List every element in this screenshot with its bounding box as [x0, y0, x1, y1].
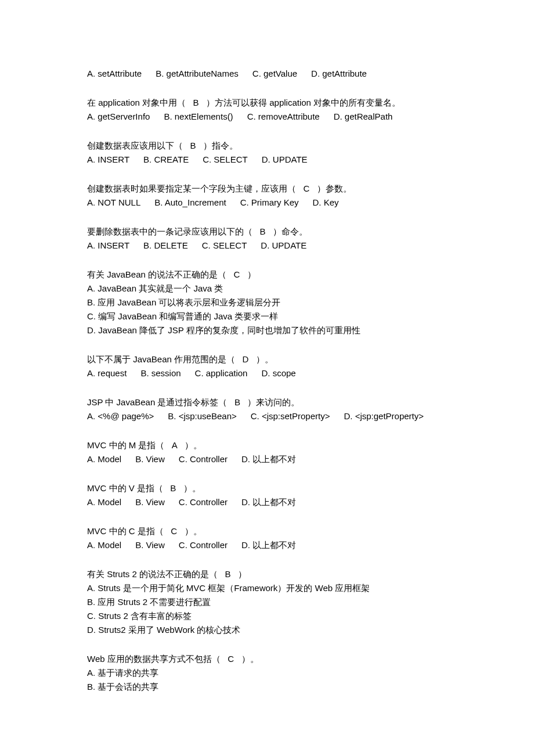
options-row: A. getServerInfoB. nextElements()C. remo… [87, 110, 447, 124]
option-line: B. 应用 JavaBean 可以将表示层和业务逻辑层分开 [87, 296, 447, 309]
option: D. UPDATE [262, 153, 308, 167]
option: C. SELECT [202, 239, 247, 253]
option: D. 以上都不对 [241, 452, 296, 466]
option: A. <%@ page%> [87, 409, 154, 423]
options-row: A. INSERTB. CREATEC. SELECTD. UPDATE [87, 153, 447, 167]
option-line: D. Struts2 采用了 WebWork 的核心技术 [87, 623, 447, 637]
option: D. Key [313, 196, 339, 210]
question-block: 创建数据表时如果要指定某一个字段为主键，应该用（ C ）参数。A. NOT NU… [87, 182, 447, 210]
q-post: ）来访问的。 [247, 397, 300, 407]
option: C. application [195, 366, 248, 380]
option-line: B. 应用 Struts 2 不需要进行配置 [87, 595, 447, 609]
option: C. getValue [252, 67, 297, 81]
question-block: JSP 中 JavaBean 是通过指令标签（ B ）来访问的。A. <%@ p… [87, 395, 447, 423]
q-post: ）。 [241, 654, 259, 664]
question-stem: 创建数据表应该用以下（ B ）指令。 [87, 139, 447, 153]
option: D. getAttribute [311, 67, 367, 81]
option-line: D. JavaBean 降低了 JSP 程序的复杂度，同时也增加了软件的可重用性 [87, 323, 447, 337]
option: B. getAttributeNames [156, 67, 239, 81]
q-pre: MVC 中的 C 是指（ [87, 526, 164, 536]
option-line: B. 基于会话的共享 [87, 680, 447, 694]
question-stem: 在 application 对象中用（ B ）方法可以获得 applicatio… [87, 96, 447, 110]
option: A. request [87, 366, 127, 380]
question-stem: 有关 JavaBean 的说法不正确的是（ C ） [87, 268, 447, 282]
q-pre: 要删除数据表中的一条记录应该用以下的（ [87, 226, 252, 236]
q-ans: B [227, 397, 247, 407]
q-ans: B [186, 98, 206, 107]
option: B. DELETE [143, 239, 188, 253]
q-ans: C [221, 654, 241, 664]
option: C. <jsp:setProperty> [251, 409, 330, 423]
option: C. Controller [179, 495, 228, 509]
option: A. getServerInfo [87, 110, 150, 124]
option: C. Primary Key [240, 196, 299, 210]
q-post: ） [247, 269, 256, 279]
question-block: 有关 JavaBean 的说法不正确的是（ C ）A. JavaBean 其实就… [87, 268, 447, 337]
q-pre: Web 应用的数据共享方式不包括（ [87, 654, 221, 664]
question-stem: 有关 Struts 2 的说法不正确的是（ B ） [87, 567, 447, 581]
q-pre: 有关 Struts 2 的说法不正确的是（ [87, 569, 218, 579]
options-row: A. ModelB. ViewC. ControllerD. 以上都不对 [87, 452, 447, 466]
option: C. SELECT [203, 153, 248, 167]
options-row: A. requestB. sessionC. applicationD. sco… [87, 366, 447, 380]
question-block: MVC 中的 C 是指（ C ）。A. ModelB. ViewC. Contr… [87, 524, 447, 552]
option-line: A. 基于请求的共享 [87, 666, 447, 680]
option: B. View [135, 452, 165, 466]
option: D. <jsp:getProperty> [344, 409, 424, 423]
question-block: 创建数据表应该用以下（ B ）指令。A. INSERTB. CREATEC. S… [87, 139, 447, 167]
q-pre: 在 application 对象中用（ [87, 98, 186, 107]
option: A. Model [87, 452, 121, 466]
question-block: 要删除数据表中的一条记录应该用以下的（ B ）命令。A. INSERTB. DE… [87, 225, 447, 253]
q-post: ） [238, 569, 247, 579]
question-block: MVC 中的 M 是指（ A ）。A. ModelB. ViewC. Contr… [87, 438, 447, 466]
question-stem: MVC 中的 V 是指（ B ）。 [87, 481, 447, 495]
option: D. 以上都不对 [241, 495, 296, 509]
options-row: A. ModelB. ViewC. ControllerD. 以上都不对 [87, 538, 447, 552]
q-post: ）命令。 [273, 226, 308, 236]
question-block: 在 application 对象中用（ B ）方法可以获得 applicatio… [87, 96, 447, 124]
option-line: C. 编写 JavaBean 和编写普通的 Java 类要求一样 [87, 309, 447, 323]
option: A. INSERT [87, 153, 129, 167]
q-ans: B [163, 483, 183, 493]
question-stem: MVC 中的 C 是指（ C ）。 [87, 524, 447, 538]
options-row: A. setAttributeB. getAttributeNamesC. ge… [87, 67, 447, 81]
option: B. View [135, 495, 165, 509]
q-ans: B [183, 141, 203, 150]
option: B. nextElements() [164, 110, 233, 124]
question-stem: 创建数据表时如果要指定某一个字段为主键，应该用（ C ）参数。 [87, 182, 447, 196]
option: C. removeAttribute [247, 110, 320, 124]
option-line: A. Struts 是一个用于简化 MVC 框架（Framework）开发的 W… [87, 581, 447, 595]
option: B. View [135, 538, 165, 552]
q-pre: MVC 中的 M 是指（ [87, 440, 164, 450]
options-row: A. INSERTB. DELETEC. SELECTD. UPDATE [87, 239, 447, 253]
option: A. Model [87, 495, 121, 509]
question-stem: MVC 中的 M 是指（ A ）。 [87, 438, 447, 452]
option: B. Auto_Increment [154, 196, 226, 210]
q-post: ）。 [185, 440, 202, 450]
q-post: ）方法可以获得 application 对象中的所有变量名。 [206, 98, 400, 107]
question-block: 以下不属于 JavaBean 作用范围的是（ D ）。A. requestB. … [87, 352, 447, 380]
options-row: A. <%@ page%>B. <jsp:useBean>C. <jsp:set… [87, 409, 447, 423]
q-ans: C [226, 269, 247, 279]
q-pre: 有关 JavaBean 的说法不正确的是（ [87, 269, 226, 279]
option: D. getRealPath [334, 110, 393, 124]
q-pre: 创建数据表时如果要指定某一个字段为主键，应该用（ [87, 183, 296, 193]
option: D. 以上都不对 [241, 538, 296, 552]
question-stem: JSP 中 JavaBean 是通过指令标签（ B ）来访问的。 [87, 395, 447, 409]
option: B. <jsp:useBean> [168, 409, 236, 423]
q-ans: A [164, 440, 184, 450]
q-ans: B [252, 226, 273, 236]
question-block: 有关 Struts 2 的说法不正确的是（ B ）A. Struts 是一个用于… [87, 567, 447, 637]
options-row: A. NOT NULLB. Auto_IncrementC. Primary K… [87, 196, 447, 210]
q-pre: JSP 中 JavaBean 是通过指令标签（ [87, 397, 227, 407]
option-line: C. Struts 2 含有丰富的标签 [87, 609, 447, 623]
q-pre: 以下不属于 JavaBean 作用范围的是（ [87, 354, 235, 364]
option: A. setAttribute [87, 67, 142, 81]
q-post: ）参数。 [317, 183, 352, 193]
q-ans: C [296, 183, 317, 193]
question-block: Web 应用的数据共享方式不包括（ C ）。A. 基于请求的共享B. 基于会话的… [87, 652, 447, 694]
option: B. session [140, 366, 181, 380]
question-block: A. setAttributeB. getAttributeNamesC. ge… [87, 67, 447, 81]
option: A. NOT NULL [87, 196, 140, 210]
question-block: MVC 中的 V 是指（ B ）。A. ModelB. ViewC. Contr… [87, 481, 447, 509]
